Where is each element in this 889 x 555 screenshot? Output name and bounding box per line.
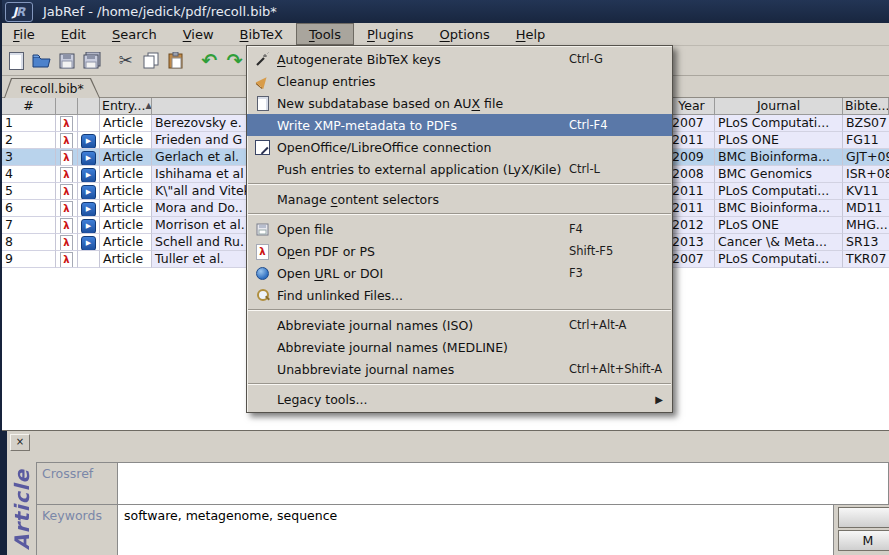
cell-journal[interactable]: PLoS Computati... xyxy=(715,183,843,200)
header-bibtexkey[interactable]: Bibte... xyxy=(843,98,889,115)
cell-journal[interactable]: BMC Bioinforma... xyxy=(715,149,843,166)
cell-journal[interactable]: BMC Bioinforma... xyxy=(715,200,843,217)
pdf-icon[interactable]: λ xyxy=(60,252,73,268)
menu-edit[interactable]: Edit xyxy=(48,23,99,45)
pdf-icon[interactable]: λ xyxy=(60,235,73,251)
cell-pdf[interactable]: λ xyxy=(56,132,78,149)
cell-num[interactable]: 5 xyxy=(2,183,56,200)
cell-url[interactable]: ▶ xyxy=(78,115,100,132)
cell-bibtexkey[interactable]: KV11 xyxy=(843,183,889,200)
cell-entrytype[interactable]: Article xyxy=(100,234,152,251)
menu-tools[interactable]: Tools xyxy=(296,23,354,45)
menu-plugins[interactable]: Plugins xyxy=(354,23,427,45)
cell-num[interactable]: 1 xyxy=(2,115,56,132)
cell-year[interactable]: 2007 xyxy=(669,251,715,268)
pdf-icon[interactable]: λ xyxy=(60,167,73,183)
paste-icon[interactable] xyxy=(163,48,188,73)
menu-item-open-file[interactable]: Open file F4 xyxy=(247,218,672,240)
cell-entrytype[interactable]: Article xyxy=(100,132,152,149)
save-database-icon[interactable] xyxy=(54,48,79,73)
cell-year[interactable]: 2007 xyxy=(669,115,715,132)
cell-pdf[interactable]: λ xyxy=(56,166,78,183)
header-url[interactable] xyxy=(78,98,100,115)
url-icon[interactable]: ▶ xyxy=(81,185,96,200)
menu-item-manage-content-selectors[interactable]: Manage content selectors xyxy=(247,188,672,210)
cell-url[interactable]: ▶ xyxy=(78,132,100,149)
cell-journal[interactable]: PLoS Computati... xyxy=(715,115,843,132)
cell-journal[interactable]: PLoS Computati... xyxy=(715,251,843,268)
cell-num[interactable]: 3 xyxy=(2,149,56,166)
field-manage-button[interactable]: M xyxy=(838,530,889,551)
pdf-icon[interactable]: λ xyxy=(60,116,73,132)
cell-bibtexkey[interactable]: ISR+08 xyxy=(843,166,889,183)
cell-num[interactable]: 7 xyxy=(2,217,56,234)
menu-item-write-xmp-metadata[interactable]: Write XMP-metadata to PDFs Ctrl-F4 xyxy=(247,114,672,136)
pdf-icon[interactable]: λ xyxy=(60,133,73,149)
cell-bibtexkey[interactable]: MD11 xyxy=(843,200,889,217)
cell-bibtexkey[interactable]: SR13 xyxy=(843,234,889,251)
url-icon[interactable]: ▶ xyxy=(81,134,96,149)
cell-url[interactable]: ▶ xyxy=(78,166,100,183)
cell-journal[interactable]: PLoS ONE xyxy=(715,132,843,149)
menu-view[interactable]: View xyxy=(170,23,227,45)
cell-year[interactable]: 2009 xyxy=(669,149,715,166)
cell-url[interactable]: ▶ xyxy=(78,200,100,217)
cell-num[interactable]: 9 xyxy=(2,251,56,268)
cell-entrytype[interactable]: Article xyxy=(100,183,152,200)
cell-journal[interactable]: BMC Genomics xyxy=(715,166,843,183)
url-icon[interactable]: ▶ xyxy=(81,168,96,183)
cell-pdf[interactable]: λ xyxy=(56,200,78,217)
menu-options[interactable]: Options xyxy=(427,23,503,45)
cell-num[interactable]: 2 xyxy=(2,132,56,149)
cell-num[interactable]: 4 xyxy=(2,166,56,183)
cell-pdf[interactable]: λ xyxy=(56,234,78,251)
pdf-icon[interactable]: λ xyxy=(60,218,73,234)
menu-bibtex[interactable]: BibTeX xyxy=(227,23,296,45)
cell-url[interactable]: ▶ xyxy=(78,149,100,166)
cell-url[interactable]: ▶ xyxy=(78,234,100,251)
menu-item-autogenerate-bibtex-keys[interactable]: Autogenerate BibTeX keys Ctrl-G xyxy=(247,48,672,70)
cell-entrytype[interactable]: Article xyxy=(100,149,152,166)
cell-journal[interactable]: Cancer \& Meta... xyxy=(715,234,843,251)
menu-file[interactable]: File xyxy=(0,23,48,45)
cell-bibtexkey[interactable]: GJT+09 xyxy=(843,149,889,166)
cell-url[interactable]: ▶ xyxy=(78,251,100,268)
cell-num[interactable]: 8 xyxy=(2,234,56,251)
field-extra-button[interactable] xyxy=(838,507,889,528)
pdf-icon[interactable]: λ xyxy=(60,184,73,200)
menu-item-unabbreviate[interactable]: Unabbreviate journal names Ctrl+Alt+Shif… xyxy=(247,358,672,380)
cell-pdf[interactable]: λ xyxy=(56,251,78,268)
copy-icon[interactable] xyxy=(138,48,163,73)
pdf-icon[interactable]: λ xyxy=(60,201,73,217)
url-icon[interactable]: ▶ xyxy=(81,236,96,251)
header-entrytype[interactable]: Entry...▲ xyxy=(100,98,152,115)
cell-pdf[interactable]: λ xyxy=(56,217,78,234)
cell-year[interactable]: 2012 xyxy=(669,217,715,234)
menu-item-abbreviate-medline[interactable]: Abbreviate journal names (MEDLINE) xyxy=(247,336,672,358)
menu-item-find-unlinked-files[interactable]: Find unlinked Files... xyxy=(247,284,672,306)
cell-num[interactable]: 6 xyxy=(2,200,56,217)
cell-url[interactable]: ▶ xyxy=(78,183,100,200)
header-journal[interactable]: Journal xyxy=(715,98,843,115)
cell-year[interactable]: 2008 xyxy=(669,166,715,183)
url-icon[interactable]: ▶ xyxy=(81,219,96,234)
header-year[interactable]: Year xyxy=(669,98,715,115)
cell-year[interactable]: 2013 xyxy=(669,234,715,251)
menu-item-openoffice-connection[interactable]: OpenOffice/LibreOffice connection xyxy=(247,136,672,158)
redo-icon[interactable]: ↷ xyxy=(222,48,247,73)
cut-icon[interactable]: ✂ xyxy=(113,48,138,73)
cell-entrytype[interactable]: Article xyxy=(100,166,152,183)
menu-item-legacy-tools[interactable]: Legacy tools... ▶ xyxy=(247,388,672,410)
cell-bibtexkey[interactable]: FG11 xyxy=(843,132,889,149)
cell-bibtexkey[interactable]: MHG... xyxy=(843,217,889,234)
menu-item-cleanup-entries[interactable]: Cleanup entries xyxy=(247,70,672,92)
open-database-icon[interactable] xyxy=(29,48,54,73)
cell-bibtexkey[interactable]: TKR07 xyxy=(843,251,889,268)
header-pdf[interactable] xyxy=(56,98,78,115)
menu-item-new-subdatabase[interactable]: New subdatabase based on AUX file xyxy=(247,92,672,114)
keywords-field[interactable]: software, metagenome, sequence xyxy=(117,504,834,555)
cell-pdf[interactable]: λ xyxy=(56,115,78,132)
cell-year[interactable]: 2011 xyxy=(669,132,715,149)
menu-item-push-entries[interactable]: Push entries to external application (Ly… xyxy=(247,158,672,180)
undo-icon[interactable]: ↶ xyxy=(197,48,222,73)
